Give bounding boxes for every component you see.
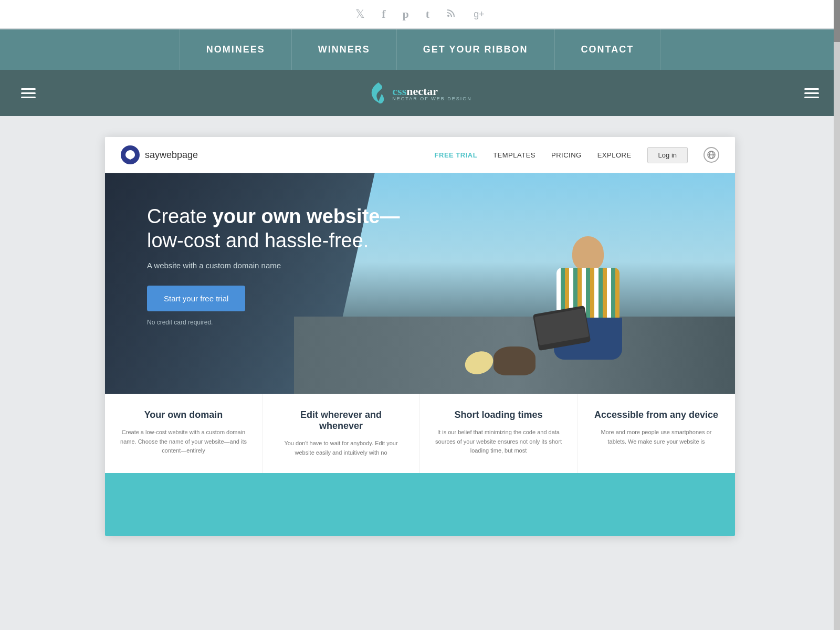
scrollbar-thumb[interactable] [834, 0, 840, 42]
facebook-icon[interactable]: f [382, 7, 385, 21]
nav-contact[interactable]: CONTACT [555, 29, 661, 70]
googleplus-icon[interactable]: g+ [474, 9, 485, 20]
globe-icon[interactable] [704, 147, 719, 163]
preview-logo-icon [121, 145, 140, 164]
logo-bird-icon [368, 81, 389, 104]
feature-device: Accessible from any device More and more… [578, 394, 735, 473]
hero-section: Create your own website— low-cost and ha… [105, 173, 735, 394]
nav-nominees[interactable]: NOMINEES [180, 29, 292, 70]
feature-speed-title: Short loading times [435, 410, 562, 421]
hero-no-cc-label: No credit card required. [147, 319, 400, 326]
feature-speed-desc: It is our belief that minimizing the cod… [435, 428, 562, 456]
logo-tagline: NECTAR OF WEB DESIGN [392, 96, 471, 101]
hero-cta-button[interactable]: Start your free trial [147, 286, 245, 311]
feature-edit: Edit wherever and whenever You don't hav… [262, 394, 420, 473]
hamburger-left[interactable] [21, 88, 36, 98]
saywebpage-logo-icon [124, 149, 136, 161]
feature-device-title: Accessible from any device [592, 410, 720, 421]
site-logo[interactable]: css nectar NECTAR OF WEB DESIGN [368, 81, 471, 104]
preview-login-button[interactable]: Log in [647, 147, 688, 163]
nav-get-your-ribbon[interactable]: GET YOUR RIBBON [397, 29, 555, 70]
features-section: Your own domain Create a low-cost websit… [105, 394, 735, 473]
teal-bottom-section [105, 473, 735, 536]
feature-edit-title: Edit wherever and whenever [277, 410, 405, 432]
hero-subtitle: A website with a custom domain name [147, 261, 400, 270]
social-bar: 𝕏 f p t g+ [0, 0, 840, 29]
logo-bar: css nectar NECTAR OF WEB DESIGN [0, 70, 840, 116]
preview-nav: FREE TRIAL TEMPLATES PRICING EXPLORE Log… [435, 147, 719, 163]
hero-content: Create your own website— low-cost and ha… [147, 205, 400, 326]
preview-nav-explore[interactable]: EXPLORE [597, 151, 632, 159]
preview-site-logo: saywebpage [121, 145, 198, 164]
preview-logo-text: saywebpage [145, 150, 198, 161]
tumblr-icon[interactable]: t [426, 7, 429, 21]
hero-title-line2: low-cost and hassle-free. [147, 229, 369, 251]
scrollbar[interactable] [834, 0, 840, 630]
feature-domain-title: Your own domain [120, 410, 247, 421]
nav-winners[interactable]: WINNERS [292, 29, 397, 70]
main-content: saywebpage FREE TRIAL TEMPLATES PRICING … [0, 116, 840, 557]
feature-domain: Your own domain Create a low-cost websit… [105, 394, 262, 473]
svg-point-0 [447, 15, 449, 17]
feature-speed: Short loading times It is our belief tha… [420, 394, 578, 473]
preview-nav-free-trial[interactable]: FREE TRIAL [435, 151, 478, 159]
hero-title-bold: your own website— [213, 205, 400, 227]
hamburger-right[interactable] [804, 88, 819, 98]
hero-title-normal: Create [147, 205, 213, 227]
rss-icon[interactable] [446, 7, 457, 21]
feature-edit-desc: You don't have to wait for anybody. Edit… [277, 439, 405, 457]
preview-header: saywebpage FREE TRIAL TEMPLATES PRICING … [105, 137, 735, 173]
hero-person [546, 236, 630, 373]
hero-title: Create your own website— low-cost and ha… [147, 205, 400, 253]
pinterest-icon[interactable]: p [403, 7, 409, 21]
main-nav: NOMINEES WINNERS GET YOUR RIBBON CONTACT [0, 29, 840, 70]
preview-nav-templates[interactable]: TEMPLATES [493, 151, 536, 159]
feature-device-desc: More and more people use smartphones or … [592, 428, 720, 446]
preview-card: saywebpage FREE TRIAL TEMPLATES PRICING … [105, 137, 735, 536]
preview-nav-pricing[interactable]: PRICING [551, 151, 582, 159]
twitter-icon[interactable]: 𝕏 [355, 7, 365, 21]
feature-domain-desc: Create a low-cost website with a custom … [120, 428, 247, 456]
